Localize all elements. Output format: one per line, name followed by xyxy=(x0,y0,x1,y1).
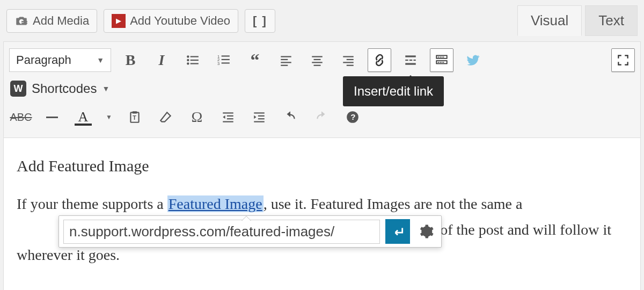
featured-image-link-text: Featured Image xyxy=(169,195,262,212)
kitchen-sink-icon xyxy=(435,53,449,67)
help-button[interactable]: ? xyxy=(341,105,364,129)
enter-icon xyxy=(391,224,405,238)
special-character-button[interactable]: Ω xyxy=(185,105,209,129)
svg-rect-38 xyxy=(442,62,444,63)
svg-rect-18 xyxy=(312,56,323,57)
indent-button[interactable] xyxy=(247,105,271,129)
link-url-input[interactable] xyxy=(63,220,380,244)
chevron-down-icon: ▼ xyxy=(106,113,112,121)
svg-rect-14 xyxy=(281,56,291,57)
tab-text[interactable]: Text xyxy=(585,5,638,36)
featured-image-link[interactable]: Featured Image xyxy=(167,195,264,212)
content-text-2: , use it. Featured Images are not the sa… xyxy=(264,195,523,212)
tab-visual[interactable]: Visual xyxy=(517,5,582,36)
toolbar-row-3: ABC A ▼ T Ω xyxy=(9,102,635,132)
svg-rect-45 xyxy=(223,121,233,122)
strikethrough-button[interactable]: ABC xyxy=(9,105,33,129)
numbered-list-button[interactable]: 123 xyxy=(212,48,236,72)
svg-rect-1 xyxy=(21,23,27,24)
shortcodes-dropdown[interactable]: W Shortcodes ▼ xyxy=(9,78,111,99)
redo-button[interactable] xyxy=(310,105,333,129)
fullscreen-icon xyxy=(616,53,630,67)
svg-rect-0 xyxy=(21,21,27,22)
clear-formatting-button[interactable] xyxy=(154,105,178,129)
twitter-button[interactable] xyxy=(461,48,485,72)
chevron-down-icon: ▼ xyxy=(102,84,109,93)
align-center-button[interactable] xyxy=(305,48,329,72)
insert-link-button[interactable] xyxy=(368,48,391,72)
outdent-icon xyxy=(221,110,235,124)
svg-rect-34 xyxy=(442,57,444,58)
toolbar: Paragraph ▼ B I 123 “ xyxy=(3,41,641,138)
svg-rect-22 xyxy=(343,56,354,57)
youtube-icon xyxy=(112,14,126,28)
toolbar-toggle-button[interactable] xyxy=(430,48,453,72)
undo-button[interactable] xyxy=(279,105,302,129)
chevron-down-icon: ▼ xyxy=(97,56,104,64)
link-icon xyxy=(372,53,386,67)
paste-text-button[interactable]: T xyxy=(123,105,147,129)
strikethrough-label: ABC xyxy=(10,111,32,124)
svg-rect-42 xyxy=(223,112,233,113)
text-color-swatch xyxy=(75,124,92,126)
align-right-button[interactable] xyxy=(336,48,360,72)
toolbar-row-2: W Shortcodes ▼ xyxy=(9,75,635,102)
editor-wrap: Add Media Add Youtube Video [ ] Visual T… xyxy=(0,0,644,290)
shortcode-brackets-button[interactable]: [ ] xyxy=(245,9,275,33)
svg-rect-13 xyxy=(222,62,230,63)
italic-button[interactable]: I xyxy=(150,48,173,72)
bullet-list-button[interactable] xyxy=(181,48,204,72)
twitter-icon xyxy=(466,53,480,67)
text-color-button[interactable]: A xyxy=(71,105,95,129)
svg-rect-36 xyxy=(437,62,439,63)
format-select-value: Paragraph xyxy=(16,53,71,67)
blockquote-button[interactable]: “ xyxy=(243,48,267,72)
indent-icon xyxy=(252,110,266,124)
insert-more-button[interactable] xyxy=(399,48,422,72)
svg-rect-46 xyxy=(254,112,265,113)
link-settings-button[interactable] xyxy=(415,221,437,242)
svg-rect-37 xyxy=(440,62,442,63)
svg-rect-28 xyxy=(409,60,412,61)
add-youtube-button[interactable]: Add Youtube Video xyxy=(104,9,238,33)
clipboard-icon: T xyxy=(128,110,142,124)
apply-link-button[interactable] xyxy=(385,219,410,244)
content-heading: Add Featured Image xyxy=(17,152,627,179)
svg-text:3: 3 xyxy=(217,61,219,66)
svg-rect-7 xyxy=(191,63,199,64)
read-more-icon xyxy=(404,53,418,67)
shortcodes-icon: W xyxy=(10,81,26,97)
brackets-label: [ ] xyxy=(253,14,267,27)
camera-icon xyxy=(14,14,28,28)
svg-rect-48 xyxy=(258,118,265,119)
fullscreen-button[interactable] xyxy=(611,48,635,72)
align-center-icon xyxy=(310,53,324,67)
format-select[interactable]: Paragraph ▼ xyxy=(9,48,111,72)
svg-rect-5 xyxy=(191,60,199,61)
svg-rect-26 xyxy=(405,55,416,57)
align-right-icon xyxy=(341,53,355,67)
horizontal-rule-button[interactable] xyxy=(40,105,64,129)
svg-point-2 xyxy=(187,55,189,57)
svg-rect-49 xyxy=(254,121,265,122)
svg-rect-30 xyxy=(405,63,416,64)
shortcodes-label: Shortcodes xyxy=(32,81,97,96)
gear-icon xyxy=(418,223,434,240)
bold-button[interactable]: B xyxy=(119,48,142,72)
svg-text:?: ? xyxy=(350,112,355,121)
svg-rect-25 xyxy=(347,65,354,66)
tab-visual-label: Visual xyxy=(531,12,568,28)
add-media-button[interactable]: Add Media xyxy=(6,9,97,33)
outdent-button[interactable] xyxy=(216,105,240,129)
add-youtube-label: Add Youtube Video xyxy=(130,14,230,28)
align-left-button[interactable] xyxy=(274,48,298,72)
text-color-letter: A xyxy=(78,109,89,125)
svg-rect-11 xyxy=(222,59,230,60)
svg-rect-40 xyxy=(133,111,137,113)
media-button-row: Add Media Add Youtube Video [ ] Visual T… xyxy=(0,2,644,41)
text-color-dropdown[interactable]: ▼ xyxy=(103,105,115,129)
editor-content[interactable]: Add Featured Image If your theme support… xyxy=(3,138,641,290)
svg-rect-16 xyxy=(281,62,291,63)
tab-text-label: Text xyxy=(598,12,624,28)
svg-rect-43 xyxy=(227,115,233,117)
